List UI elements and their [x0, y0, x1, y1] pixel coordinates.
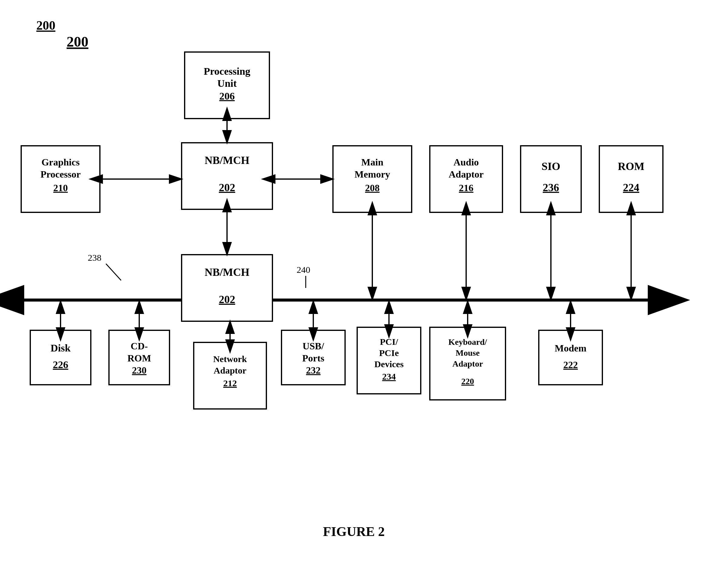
- svg-text:Graphics: Graphics: [41, 157, 80, 167]
- svg-text:Devices: Devices: [375, 359, 404, 369]
- svg-text:Adaptor: Adaptor: [452, 359, 483, 368]
- label-238: 238: [88, 253, 101, 262]
- svg-text:Memory: Memory: [354, 169, 390, 180]
- svg-text:Main: Main: [361, 157, 384, 167]
- svg-text:USB/: USB/: [302, 341, 324, 351]
- svg-text:ROM: ROM: [127, 353, 151, 364]
- svg-text:220: 220: [461, 377, 474, 386]
- nb-mch-bot-box: [182, 255, 272, 321]
- svg-text:NB/MCH: NB/MCH: [205, 154, 249, 166]
- rom-box: [599, 146, 663, 212]
- svg-text:Disk: Disk: [51, 342, 70, 353]
- svg-text:202: 202: [219, 182, 235, 193]
- svg-text:Ports: Ports: [302, 353, 324, 364]
- svg-text:Keyboard/: Keyboard/: [448, 337, 487, 347]
- svg-text:Unit: Unit: [217, 78, 237, 89]
- svg-text:232: 232: [306, 365, 321, 376]
- svg-text:CD-: CD-: [131, 341, 148, 351]
- network-adaptor-box: [194, 342, 266, 409]
- sio-box: [521, 146, 581, 212]
- svg-text:236: 236: [543, 182, 559, 193]
- svg-text:Network: Network: [213, 354, 247, 364]
- diagram-number: 200: [67, 34, 88, 50]
- svg-text:206: 206: [219, 90, 235, 102]
- figure-label: FIGURE 2: [323, 524, 385, 539]
- svg-text:224: 224: [623, 182, 639, 193]
- svg-text:Adaptor: Adaptor: [449, 169, 484, 180]
- svg-text:Processing: Processing: [204, 66, 250, 77]
- modem-box: [539, 330, 602, 385]
- svg-text:PCI/: PCI/: [380, 337, 399, 347]
- svg-text:234: 234: [382, 371, 396, 381]
- svg-line-7: [106, 264, 121, 280]
- svg-text:216: 216: [459, 182, 473, 193]
- svg-text:212: 212: [224, 378, 237, 388]
- svg-text:Modem: Modem: [555, 343, 587, 353]
- svg-text:PCIe: PCIe: [379, 348, 399, 358]
- svg-text:210: 210: [53, 182, 68, 193]
- svg-text:222: 222: [563, 359, 578, 370]
- nb-mch-top-box: [182, 143, 272, 209]
- svg-text:Mouse: Mouse: [455, 348, 479, 358]
- svg-text:SIO: SIO: [541, 160, 560, 173]
- svg-text:NB/MCH: NB/MCH: [205, 266, 249, 278]
- svg-text:230: 230: [132, 365, 147, 376]
- svg-text:Audio: Audio: [453, 157, 479, 167]
- svg-text:Adaptor: Adaptor: [214, 365, 246, 375]
- svg-text:202: 202: [219, 293, 235, 306]
- label-240: 240: [297, 265, 310, 275]
- disk-box: [30, 330, 91, 385]
- svg-text:208: 208: [365, 182, 380, 193]
- svg-text:Processor: Processor: [40, 169, 81, 180]
- svg-text:ROM: ROM: [618, 160, 644, 173]
- svg-text:226: 226: [53, 359, 68, 370]
